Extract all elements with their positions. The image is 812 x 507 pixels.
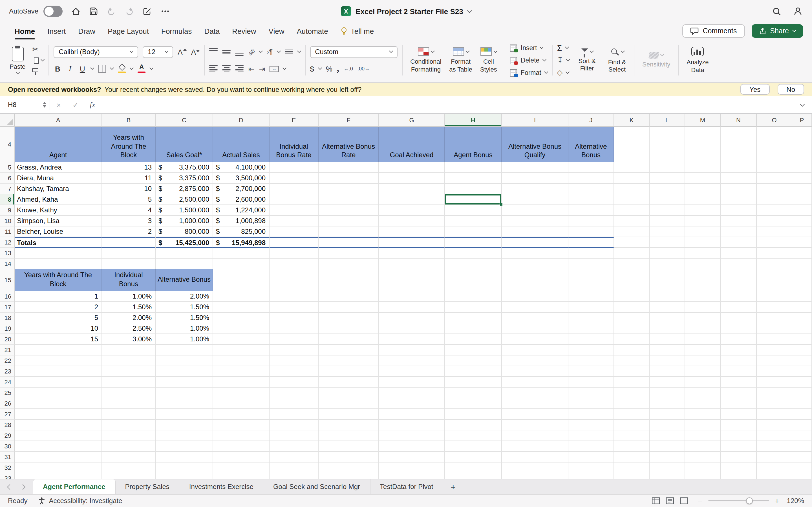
- cell-B20[interactable]: 3.00%: [102, 334, 156, 345]
- cell-D32[interactable]: [213, 462, 269, 473]
- cell-G20[interactable]: [379, 334, 445, 345]
- cell-D8[interactable]: $2,600,000: [213, 194, 269, 205]
- cell-K21[interactable]: [614, 345, 650, 355]
- cell-F25[interactable]: [319, 388, 379, 398]
- cell-F26[interactable]: [319, 398, 379, 409]
- accessibility-status[interactable]: Accessibility: Investigate: [38, 497, 122, 505]
- cell-K12[interactable]: [614, 237, 650, 248]
- cell-L10[interactable]: [650, 216, 685, 226]
- paste-dropdown-icon[interactable]: [15, 70, 19, 74]
- cell-A17[interactable]: 2: [15, 302, 102, 313]
- cell-N23[interactable]: [721, 366, 757, 377]
- cell-E10[interactable]: [269, 216, 319, 226]
- cell-H33[interactable]: [445, 473, 502, 479]
- cell-M22[interactable]: [685, 355, 721, 366]
- cell-G13[interactable]: [379, 248, 445, 259]
- cell-G31[interactable]: [379, 452, 445, 462]
- cell-N17[interactable]: [721, 302, 757, 313]
- cell-G24[interactable]: [379, 377, 445, 388]
- cell-H26[interactable]: [445, 398, 502, 409]
- cell-G21[interactable]: [379, 345, 445, 355]
- paste-button[interactable]: Paste: [7, 46, 28, 75]
- cell-G19[interactable]: [379, 323, 445, 334]
- cell-O12[interactable]: [757, 237, 792, 248]
- cell-C29[interactable]: [156, 431, 213, 441]
- percent-format-button[interactable]: %: [326, 64, 333, 73]
- cell-I15[interactable]: [502, 269, 568, 291]
- tab-home[interactable]: Home: [9, 24, 41, 38]
- column-header-M[interactable]: M: [685, 114, 721, 127]
- cell-G10[interactable]: [379, 216, 445, 226]
- cell-F13[interactable]: [319, 248, 379, 259]
- cell-F20[interactable]: [319, 334, 379, 345]
- cell-A19[interactable]: 10: [15, 323, 102, 334]
- cell-I13[interactable]: [502, 248, 568, 259]
- cell-K15[interactable]: [614, 269, 650, 291]
- cell-A28[interactable]: [15, 420, 102, 431]
- cell-F23[interactable]: [319, 366, 379, 377]
- cell-F18[interactable]: [319, 313, 379, 323]
- cell-M11[interactable]: [685, 226, 721, 237]
- cell-K7[interactable]: [614, 184, 650, 194]
- cell-C23[interactable]: [156, 366, 213, 377]
- row-header-5[interactable]: 5: [0, 162, 15, 173]
- column-header-A[interactable]: A: [15, 114, 102, 127]
- cell-D19[interactable]: [213, 323, 269, 334]
- cell-C10[interactable]: $1,000,000: [156, 216, 213, 226]
- cell-A14[interactable]: [15, 259, 102, 269]
- cell-M4[interactable]: [685, 127, 721, 162]
- cell-O18[interactable]: [757, 313, 792, 323]
- italic-button[interactable]: I: [66, 64, 74, 73]
- text-direction-dropdown-icon[interactable]: [276, 49, 281, 53]
- cell-B21[interactable]: [102, 345, 156, 355]
- cell-N21[interactable]: [721, 345, 757, 355]
- cell-K13[interactable]: [614, 248, 650, 259]
- cell-L31[interactable]: [650, 452, 685, 462]
- cell-H22[interactable]: [445, 355, 502, 366]
- cell-P21[interactable]: [792, 345, 812, 355]
- cell-J23[interactable]: [568, 366, 614, 377]
- cell-J27[interactable]: [568, 409, 614, 420]
- column-header-E[interactable]: E: [269, 114, 319, 127]
- conditional-formatting-button[interactable]: ConditionalFormatting: [407, 48, 445, 73]
- cell-G12[interactable]: [379, 237, 445, 248]
- cell-M8[interactable]: [685, 194, 721, 205]
- cell-H10[interactable]: [445, 216, 502, 226]
- cell-L22[interactable]: [650, 355, 685, 366]
- cell-H21[interactable]: [445, 345, 502, 355]
- cell-P8[interactable]: [792, 194, 812, 205]
- row-header-18[interactable]: 18: [0, 313, 15, 323]
- cell-O11[interactable]: [757, 226, 792, 237]
- align-top-button[interactable]: [209, 48, 218, 56]
- cell-J22[interactable]: [568, 355, 614, 366]
- cell-F15[interactable]: [319, 269, 379, 291]
- number-format-select[interactable]: Custom: [310, 46, 397, 58]
- tab-formulas[interactable]: Formulas: [156, 24, 197, 38]
- cell-P23[interactable]: [792, 366, 812, 377]
- cell-A8[interactable]: Ahmed, Kaha: [15, 194, 102, 205]
- cell-E27[interactable]: [269, 409, 319, 420]
- cell-H28[interactable]: [445, 420, 502, 431]
- cell-A20[interactable]: 15: [15, 334, 102, 345]
- edit-icon[interactable]: [143, 7, 152, 16]
- decrease-font-size-button[interactable]: A: [191, 48, 200, 56]
- cell-M17[interactable]: [685, 302, 721, 313]
- cell-J31[interactable]: [568, 452, 614, 462]
- cell-O7[interactable]: [757, 184, 792, 194]
- cell-G16[interactable]: [379, 291, 445, 302]
- cell-B11[interactable]: 2: [102, 226, 156, 237]
- cell-P26[interactable]: [792, 398, 812, 409]
- cell-L5[interactable]: [650, 162, 685, 173]
- cell-A11[interactable]: Belcher, Louise: [15, 226, 102, 237]
- cell-F22[interactable]: [319, 355, 379, 366]
- delete-cells-button[interactable]: Delete: [510, 55, 548, 65]
- cell-A22[interactable]: [15, 355, 102, 366]
- cell-M13[interactable]: [685, 248, 721, 259]
- cell-P29[interactable]: [792, 431, 812, 441]
- cell-E21[interactable]: [269, 345, 319, 355]
- cell-N14[interactable]: [721, 259, 757, 269]
- cell-P28[interactable]: [792, 420, 812, 431]
- cell-D11[interactable]: $825,000: [213, 226, 269, 237]
- fill-color-dropdown-icon[interactable]: [130, 66, 134, 70]
- cell-D16[interactable]: [213, 291, 269, 302]
